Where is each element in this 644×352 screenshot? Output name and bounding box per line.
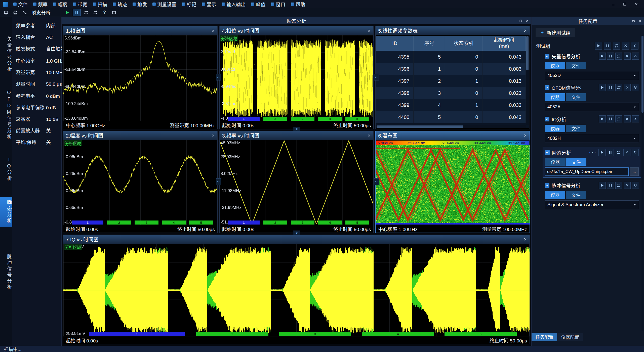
loop-button[interactable] — [615, 149, 622, 156]
menu-item-测量设置[interactable]: 测量设置 — [150, 0, 179, 8]
checkbox-checked[interactable] — [545, 150, 550, 155]
play-button[interactable] — [63, 9, 71, 16]
setting-value[interactable]: 关 — [46, 139, 51, 145]
column-header[interactable]: ID — [376, 36, 414, 51]
tab-instrument[interactable]: 仪器 — [545, 125, 565, 132]
loop-button[interactable] — [613, 42, 620, 50]
loop-button[interactable] — [82, 9, 90, 16]
collapse-button[interactable] — [631, 42, 638, 50]
column-splitter[interactable] — [216, 74, 221, 80]
sidebar-tab-OFDM信号分析[interactable]: OFDM信号分析 — [0, 87, 12, 143]
remove-button[interactable] — [624, 53, 631, 60]
collapse-button[interactable] — [632, 115, 639, 122]
close-button[interactable] — [630, 0, 642, 8]
collapse-button[interactable] — [632, 182, 639, 189]
menu-item-显示[interactable]: 显示 — [199, 0, 219, 8]
frequency-canvas[interactable] — [220, 140, 374, 225]
maximize-button[interactable] — [619, 0, 630, 8]
pause-button[interactable] — [607, 115, 614, 122]
row-splitter[interactable] — [293, 231, 300, 235]
menu-item-轨迹[interactable]: 轨迹 — [110, 0, 130, 8]
menu-item-文件[interactable]: 文件 — [11, 0, 30, 8]
column-header[interactable]: 状态索引 — [445, 36, 482, 51]
menu-item-输入输出[interactable]: 输入输出 — [219, 0, 248, 8]
tab-instrument[interactable]: 仪器 — [545, 158, 566, 166]
amplitude-canvas[interactable] — [63, 140, 217, 225]
float-window-icon[interactable] — [519, 19, 522, 22]
setting-value[interactable]: 50.0 μs — [46, 81, 62, 87]
column-header[interactable]: 起始时间 (ms) — [482, 36, 526, 51]
column-splitter[interactable] — [374, 178, 379, 185]
main-view-titlebar[interactable]: 瞬态分析 — [62, 17, 531, 24]
close-icon[interactable] — [524, 29, 527, 32]
collapse-button[interactable] — [632, 149, 639, 156]
browse-button[interactable]: ... — [630, 167, 639, 176]
column-splitter[interactable] — [374, 74, 379, 80]
checkbox-checked[interactable] — [545, 183, 549, 188]
sidebar-tab-瞬态分析[interactable]: 瞬态分析 — [0, 197, 12, 227]
close-icon[interactable] — [524, 134, 527, 137]
scrollbar-thumb[interactable] — [641, 36, 643, 113]
pause-button[interactable] — [607, 84, 614, 91]
loop-button[interactable] — [615, 53, 622, 60]
task-item-header[interactable]: 矢量信号分析 — [545, 53, 639, 60]
iq-canvas[interactable] — [63, 244, 530, 336]
fit-view-icon[interactable] — [21, 9, 28, 16]
remove-button[interactable] — [624, 84, 631, 91]
remove-button[interactable] — [624, 182, 631, 189]
menu-item-触发[interactable]: 触发 — [130, 0, 150, 8]
checkbox-checked[interactable] — [545, 85, 549, 90]
bottom-tab-任务配置[interactable]: 任务配置 — [532, 333, 557, 341]
column-splitter[interactable] — [216, 178, 221, 185]
sidebar-tab-IQ分析[interactable]: IQ分析 — [0, 154, 12, 185]
panel-table-titlebar[interactable]: 5.线性调频参数表 — [376, 26, 530, 35]
panel-spectrum-titlebar[interactable]: 1.频谱图 — [63, 26, 217, 35]
menu-item-峰值[interactable]: 峰值 — [248, 0, 268, 8]
loop-button[interactable] — [615, 115, 622, 122]
panel-iq-titlebar[interactable]: 7.IQ vs 时间图 — [63, 235, 530, 244]
file-path-input[interactable] — [545, 167, 629, 176]
pause-button[interactable] — [607, 182, 614, 189]
panel-waterfall-titlebar[interactable]: 6.瀑布图 — [376, 131, 530, 140]
help-button[interactable]: ? — [101, 9, 108, 16]
sidebar-tab-矢量信号分析[interactable]: 矢量信号分析 — [0, 33, 12, 76]
play-button[interactable] — [599, 115, 606, 122]
close-icon[interactable] — [524, 238, 527, 241]
table-row[interactable]: 4400500.043 — [376, 111, 526, 123]
tab-file[interactable]: 文件 — [566, 158, 586, 166]
collapse-button[interactable] — [632, 84, 639, 91]
sidebar-tab-脉冲信号分析[interactable]: 脉冲信号分析 — [0, 251, 12, 293]
window-layout-button[interactable] — [110, 9, 118, 16]
tab-file[interactable]: 文件 — [566, 125, 586, 132]
close-icon[interactable] — [638, 19, 641, 23]
menu-item-扫描[interactable]: 扫描 — [90, 0, 110, 8]
table-row[interactable]: 4397210.013 — [376, 75, 526, 87]
play-button[interactable] — [599, 84, 606, 91]
print-icon[interactable] — [11, 9, 19, 16]
menu-item-幅度[interactable]: 幅度 — [50, 0, 70, 8]
panel-phase-titlebar[interactable]: 4.相位 vs 时间图 — [220, 26, 374, 35]
task-item-header[interactable]: OFDM信号分析 — [545, 84, 639, 91]
row-splitter[interactable] — [293, 127, 300, 131]
play-button[interactable] — [599, 182, 606, 189]
instrument-select[interactable]: 4082H — [545, 134, 639, 143]
loop-button[interactable] — [615, 182, 622, 189]
loop-button[interactable] — [615, 84, 622, 91]
setting-value[interactable]: 0 dBm — [46, 94, 60, 99]
setting-value[interactable]: 内部 — [46, 22, 56, 29]
waterfall-canvas[interactable] — [376, 145, 530, 225]
menu-item-窗口[interactable]: 窗口 — [268, 0, 288, 8]
pause-button[interactable] — [607, 53, 614, 60]
collapse-button[interactable] — [632, 53, 639, 60]
task-item-header[interactable]: 脉冲信号分析 — [545, 182, 639, 189]
menu-item-标记[interactable]: 标记 — [179, 0, 199, 8]
close-icon[interactable] — [367, 29, 371, 32]
vertical-scrollbar[interactable] — [641, 35, 643, 331]
table-row[interactable]: 4398300.023 — [376, 87, 526, 99]
scrollbar-thumb[interactable] — [526, 36, 529, 70]
tab-file[interactable]: 文件 — [566, 62, 586, 69]
bottom-tab-仪器配置[interactable]: 仪器配置 — [557, 333, 583, 341]
setting-value[interactable]: 关 — [46, 127, 51, 134]
tab-instrument[interactable]: 仪器 — [545, 191, 565, 199]
test-group-row[interactable]: 测试组 — [536, 42, 638, 50]
